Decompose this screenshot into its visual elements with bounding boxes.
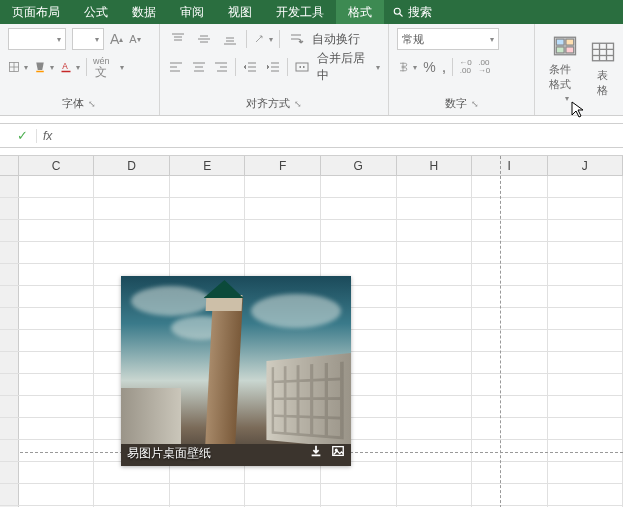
align-center-button[interactable] [190, 57, 207, 77]
cell[interactable] [472, 220, 548, 241]
tab-page-layout[interactable]: 页面布局 [0, 0, 72, 24]
cell[interactable] [548, 462, 623, 483]
cell[interactable] [548, 374, 623, 395]
increase-decimal-button[interactable]: ←0.00 [459, 56, 471, 78]
cell[interactable] [245, 176, 321, 197]
cell[interactable] [397, 242, 473, 263]
cell[interactable] [397, 330, 473, 351]
col-head[interactable]: E [170, 156, 246, 175]
col-head[interactable]: G [321, 156, 397, 175]
cell[interactable] [19, 440, 95, 461]
cell[interactable] [170, 220, 246, 241]
fx-label[interactable]: fx [36, 129, 58, 143]
row-head[interactable] [0, 242, 19, 263]
cell[interactable] [245, 484, 321, 505]
cell[interactable] [548, 264, 623, 285]
col-head[interactable]: H [397, 156, 473, 175]
align-top-button[interactable] [168, 29, 188, 49]
cell[interactable] [548, 330, 623, 351]
font-size-dropdown[interactable]: ▾ [72, 28, 104, 50]
merge-center-button[interactable] [294, 57, 311, 77]
cell[interactable] [397, 440, 473, 461]
cell[interactable] [472, 440, 548, 461]
cell[interactable] [397, 396, 473, 417]
row-head[interactable] [0, 484, 19, 505]
orientation-dropdown[interactable]: ▾ [253, 29, 273, 49]
percent-button[interactable]: % [423, 56, 435, 78]
cell[interactable] [472, 242, 548, 263]
cell[interactable] [19, 176, 95, 197]
cell[interactable] [19, 374, 95, 395]
font-family-dropdown[interactable]: ▾ [8, 28, 66, 50]
row-head[interactable] [0, 220, 19, 241]
cell[interactable] [19, 198, 95, 219]
comma-style-button[interactable]: , [442, 56, 446, 78]
cell[interactable] [19, 264, 95, 285]
tab-review[interactable]: 审阅 [168, 0, 216, 24]
align-right-button[interactable] [213, 57, 230, 77]
tab-dev-tools[interactable]: 开发工具 [264, 0, 336, 24]
phonetic-guide-button[interactable]: wén 文 [93, 56, 110, 78]
row-head[interactable] [0, 396, 19, 417]
cell[interactable] [472, 264, 548, 285]
number-dialog-launcher[interactable]: ⤡ [471, 99, 479, 109]
cell[interactable] [245, 220, 321, 241]
cell[interactable] [170, 242, 246, 263]
row-head[interactable] [0, 462, 19, 483]
cell[interactable] [472, 484, 548, 505]
col-head[interactable]: I [472, 156, 548, 175]
cell[interactable] [94, 220, 170, 241]
cell[interactable] [19, 484, 95, 505]
col-head[interactable]: J [548, 156, 623, 175]
row-head[interactable] [0, 286, 19, 307]
search-box[interactable]: 搜索 [384, 4, 440, 21]
cell[interactable] [548, 440, 623, 461]
row-head[interactable] [0, 374, 19, 395]
cell[interactable] [548, 286, 623, 307]
cell[interactable] [321, 198, 397, 219]
cell[interactable] [19, 242, 95, 263]
number-format-dropdown[interactable]: 常规▾ [397, 28, 499, 50]
row-head[interactable] [0, 352, 19, 373]
cell[interactable] [548, 176, 623, 197]
cell[interactable] [245, 198, 321, 219]
cell[interactable] [170, 198, 246, 219]
row-head[interactable] [0, 176, 19, 197]
accounting-format-dropdown[interactable]: ▾ [397, 57, 417, 77]
tab-data[interactable]: 数据 [120, 0, 168, 24]
fill-color-dropdown[interactable]: ▾ [34, 57, 54, 77]
formula-input[interactable] [58, 129, 623, 143]
cell[interactable] [397, 484, 473, 505]
cell[interactable] [170, 176, 246, 197]
font-dialog-launcher[interactable]: ⤡ [88, 99, 96, 109]
cell[interactable] [19, 462, 95, 483]
cell[interactable] [94, 198, 170, 219]
cell[interactable] [19, 418, 95, 439]
cell[interactable] [94, 242, 170, 263]
cell[interactable] [548, 352, 623, 373]
embedded-image[interactable]: 易图片桌面壁纸 [121, 276, 351, 466]
cell[interactable] [397, 374, 473, 395]
cell[interactable] [548, 308, 623, 329]
cell[interactable] [397, 462, 473, 483]
decrease-decimal-button[interactable]: .00→0 [478, 56, 490, 78]
gallery-icon[interactable] [331, 444, 345, 462]
col-head[interactable]: F [245, 156, 321, 175]
align-dialog-launcher[interactable]: ⤡ [294, 99, 302, 109]
cell[interactable] [472, 286, 548, 307]
cell[interactable] [170, 484, 246, 505]
cell[interactable] [397, 352, 473, 373]
cell[interactable] [397, 418, 473, 439]
conditional-format-button[interactable]: 条件格式 ▾ [543, 28, 587, 107]
cell[interactable] [472, 198, 548, 219]
row-head[interactable] [0, 440, 19, 461]
cell[interactable] [321, 242, 397, 263]
row-head[interactable] [0, 418, 19, 439]
cell[interactable] [472, 374, 548, 395]
cell[interactable] [472, 176, 548, 197]
cell[interactable] [397, 220, 473, 241]
cell[interactable] [472, 418, 548, 439]
cell[interactable] [19, 220, 95, 241]
align-middle-button[interactable] [194, 29, 214, 49]
cell[interactable] [19, 396, 95, 417]
